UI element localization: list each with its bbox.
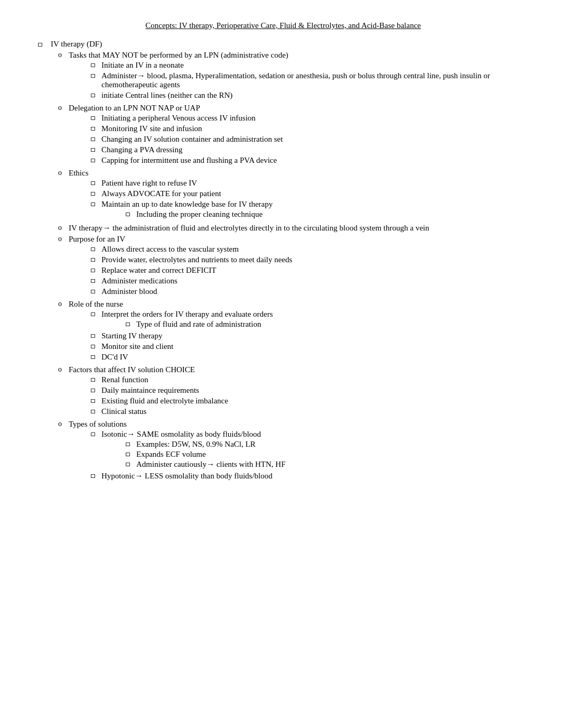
level3-bullet: 🗆 [90, 342, 101, 351]
level3-text: Capping for intermittent use and flushin… [101, 156, 277, 165]
level3-bullet: 🗆 [90, 114, 101, 122]
level3-text: Initiate an IV in a neonate [101, 61, 184, 70]
level4-text: Including the proper cleaning technique [136, 210, 263, 219]
level2-item: o Types of solutions 🗆 Isotonic→ SAME os… [58, 420, 529, 482]
level2-bullet: o [58, 224, 69, 232]
level4-item: 🗆 Examples: D5W, NS, 0.9% NaCl, LR [125, 440, 285, 449]
level3-text: Changing a PVA dressing [101, 145, 182, 154]
level3-text: Allows direct access to the vascular sys… [101, 245, 239, 254]
level1-text: IV therapy (DF) [51, 40, 102, 49]
level3-item: 🗆 Maintain an up to date knowledge base … [90, 200, 273, 220]
level3-item: 🗆 Initiating a peripheral Venous access … [90, 114, 283, 123]
level1-item: 🗆 IV therapy (DF) o Tasks that MAY NOT b… [37, 40, 529, 482]
level3-bullet: 🗆 [90, 91, 101, 99]
level3-text: Always ADVOCATE for your patient [101, 189, 221, 198]
level2-text: Tasks that MAY NOT be performed by an LP… [69, 51, 288, 59]
level3-bullet: 🗆 [90, 430, 101, 438]
level3-item: 🗆 DC'd IV [90, 353, 273, 362]
level3-item: 🗆 Allows direct access to the vascular s… [90, 245, 292, 254]
level4-item: 🗆 Expands ECF volume [125, 450, 285, 459]
level3-text: Monitor site and client [101, 342, 173, 351]
level3-list: 🗆 Patient have right to refuse IV 🗆 Alwa… [90, 179, 273, 220]
level3-bullet: 🗆 [90, 397, 101, 405]
level3-text: Daily maintaince requirements [101, 386, 199, 395]
level2-text: Ethics [69, 169, 89, 177]
level4-bullet: 🗆 [125, 210, 136, 218]
level3-bullet: 🗆 [90, 135, 101, 143]
level4-bullet: 🗆 [125, 450, 136, 458]
level2-text: Role of the nurse [69, 300, 123, 308]
level4-text: Examples: D5W, NS, 0.9% NaCl, LR [136, 440, 256, 449]
level3-item: 🗆 Capping for intermittent use and flush… [90, 156, 283, 165]
level2-bullet: o [58, 300, 69, 308]
level3-list: 🗆 Isotonic→ SAME osmolality as body flui… [90, 430, 285, 481]
level2-bullet: o [58, 51, 69, 59]
level3-text: Maintain an up to date knowledge base fo… [101, 200, 273, 208]
level3-list: 🗆 Initiating a peripheral Venous access … [90, 114, 283, 165]
level3-text: Clinical status [101, 407, 146, 416]
level3-bullet: 🗆 [90, 145, 101, 154]
level2-item: o Ethics 🗆 Patient have right to refuse … [58, 169, 529, 222]
level3-item: 🗆 Clinical status [90, 407, 228, 416]
level3-item: 🗆 initiate Central lines (neither can th… [90, 91, 529, 100]
level2-item: o Delegation to an LPN NOT NAP or UAP 🗆 … [58, 104, 529, 167]
level3-text: initiate Central lines (neither can the … [101, 91, 232, 100]
level3-bullet: 🗆 [90, 375, 101, 384]
level2-bullet: o [58, 420, 69, 428]
level3-list: 🗆 Initiate an IV in a neonate 🗆 Administ… [90, 61, 529, 100]
level3-bullet: 🗆 [90, 353, 101, 361]
level3-item: 🗆 Administer medications [90, 277, 292, 285]
level4-text: Expands ECF volume [136, 450, 206, 459]
level3-bullet: 🗆 [90, 124, 101, 133]
level4-bullet: 🗆 [125, 440, 136, 448]
level3-text: Changing an IV solution container and ad… [101, 135, 283, 144]
level3-item: 🗆 Changing a PVA dressing [90, 145, 283, 154]
level1-bullet: 🗆 [37, 40, 46, 49]
level2-item: o Factors that affect IV solution CHOICE… [58, 365, 529, 418]
level3-item: 🗆 Existing fluid and electrolyte imbalan… [90, 397, 228, 406]
level3-item: 🗆 Interpret the orders for IV therapy an… [90, 310, 273, 330]
level3-bullet: 🗆 [90, 255, 101, 264]
level3-text: Patient have right to refuse IV [101, 179, 197, 188]
level3-item: 🗆 Renal function [90, 375, 228, 384]
level2-item: o Purpose for an IV 🗆 Allows direct acce… [58, 235, 529, 298]
level3-text: Monitoring IV site and infusion [101, 124, 202, 133]
level3-bullet: 🗆 [90, 310, 101, 318]
level2-item: o Tasks that MAY NOT be performed by an … [58, 51, 529, 102]
level3-bullet: 🗆 [90, 331, 101, 340]
level4-list: 🗆 Examples: D5W, NS, 0.9% NaCl, LR 🗆 Exp… [125, 440, 285, 469]
level4-list: 🗆 Including the proper cleaning techniqu… [125, 210, 273, 219]
level3-bullet: 🗆 [90, 61, 101, 69]
level3-text: Administer blood [101, 287, 157, 296]
level4-bullet: 🗆 [125, 460, 136, 468]
level3-item: 🗆 Monitor site and client [90, 342, 273, 351]
level3-item: 🗆 Daily maintaince requirements [90, 386, 228, 395]
level3-item: 🗆 Monitoring IV site and infusion [90, 124, 283, 133]
level3-text: Initiating a peripheral Venous access IV… [101, 114, 256, 123]
level3-text: Isotonic→ SAME osmolality as body fluids… [101, 430, 261, 438]
level3-item: 🗆 Always ADVOCATE for your patient [90, 189, 273, 198]
level3-bullet: 🗆 [90, 407, 101, 416]
level3-bullet: 🗆 [90, 179, 101, 187]
level2-bullet: o [58, 104, 69, 112]
level3-text: Existing fluid and electrolyte imbalance [101, 397, 228, 406]
level3-text: DC'd IV [101, 353, 128, 362]
level2-text: IV therapy→ the administration of fluid … [69, 224, 429, 233]
level4-text: Administer cautiously→ clients with HTN,… [136, 460, 285, 469]
level3-bullet: 🗆 [90, 189, 101, 198]
level3-bullet: 🗆 [90, 386, 101, 394]
level3-list: 🗆 Allows direct access to the vascular s… [90, 245, 292, 296]
level3-text: Hypotonic→ LESS osmolality than body flu… [101, 472, 273, 481]
level4-item: 🗆 Administer cautiously→ clients with HT… [125, 460, 285, 469]
level3-item: 🗆 Administer→ blood, plasma, Hyperalimen… [90, 71, 529, 89]
level2-text: Purpose for an IV [69, 235, 125, 243]
level2-bullet: o [58, 235, 69, 243]
page-title: Concepts: IV therapy, Perioperative Care… [37, 21, 529, 30]
level3-text: Replace water and correct DEFICIT [101, 266, 216, 275]
level4-item: 🗆 Including the proper cleaning techniqu… [125, 210, 273, 219]
level4-list: 🗆 Type of fluid and rate of administrati… [125, 320, 273, 329]
level3-item: 🗆 Patient have right to refuse IV [90, 179, 273, 188]
level3-item: 🗆 Administer blood [90, 287, 292, 296]
level3-text: Interpret the orders for IV therapy and … [101, 310, 273, 318]
level2-text: Delegation to an LPN NOT NAP or UAP [69, 104, 200, 112]
